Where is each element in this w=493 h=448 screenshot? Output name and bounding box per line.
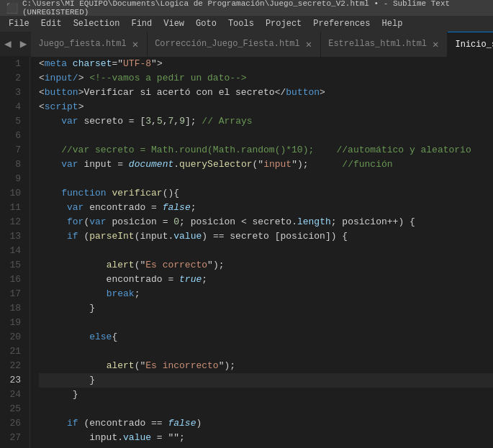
line-num-5: 5 [6, 114, 21, 129]
line-numbers: 1 2 3 4 5 6 7 8 9 10 11 12 13 14 15 16 1… [0, 57, 30, 448]
line-num-3: 3 [6, 86, 21, 100]
tab-nav-left[interactable]: ◀ [0, 32, 16, 57]
code-line-4: <script> [39, 100, 493, 114]
code-line-27: input.value = ""; [39, 431, 493, 445]
code-line-22: alert("Es incorrecto"); [39, 359, 493, 373]
menu-find[interactable]: Find [125, 16, 158, 32]
code-line-25 [39, 402, 493, 416]
line-num-18: 18 [6, 301, 21, 316]
code-content[interactable]: <meta charset="UTF-8"> <input/> <!--vamo… [30, 57, 493, 448]
code-line-28: input.focus(); [39, 445, 493, 448]
menu-file[interactable]: File [3, 16, 35, 32]
code-line-2: <input/> <!--vamos a pedir un dato--> [39, 71, 493, 86]
tab-correccion[interactable]: Corrección_Juego_Fiesta.html ✕ [148, 32, 321, 57]
tab-label-1: Juego_fiesta.html [38, 39, 126, 49]
line-num-12: 12 [6, 215, 21, 229]
tab-nav-right[interactable]: ▶ [16, 32, 32, 57]
tab-close-2[interactable]: ✕ [304, 38, 313, 50]
tab-label-3: Estrellas_html.html [328, 39, 427, 49]
code-line-17: break; [39, 287, 493, 301]
code-line-10: function verificar(){ [39, 186, 493, 201]
line-num-1: 1 [6, 57, 21, 71]
line-num-19: 19 [6, 316, 21, 330]
tab-estrellas[interactable]: Estrellas_html.html ✕ [321, 32, 448, 57]
menu-edit[interactable]: Edit [35, 16, 68, 32]
code-line-26: if (encontrado == false) [39, 416, 493, 431]
code-line-16: encontrado = true; [39, 273, 493, 287]
line-num-28: 28 [6, 445, 21, 448]
code-line-3: <button>Verificar si acertó con el secre… [39, 86, 493, 100]
menu-help[interactable]: Help [376, 16, 409, 32]
code-line-15: alert("Es correcto"); [39, 258, 493, 273]
line-num-27: 27 [6, 431, 21, 445]
code-line-8: var input = document.querySelector("inpu… [39, 157, 493, 172]
app-icon: ⬛ [6, 2, 18, 14]
menu-tools[interactable]: Tools [222, 16, 260, 32]
line-num-14: 14 [6, 244, 21, 258]
code-line-23: } [39, 373, 493, 388]
line-num-17: 17 [6, 287, 21, 301]
line-num-13: 13 [6, 229, 21, 244]
title-bar-text: C:\Users\MI EQUIPO\Documents\Logica de P… [22, 0, 487, 17]
line-num-4: 4 [6, 100, 21, 114]
line-num-21: 21 [6, 344, 21, 359]
menu-view[interactable]: View [158, 16, 190, 32]
line-num-26: 26 [6, 416, 21, 431]
tab-label-2: Corrección_Juego_Fiesta.html [155, 39, 300, 49]
menu-preferences[interactable]: Preferences [307, 16, 376, 32]
menu-selection[interactable]: Selection [68, 16, 126, 32]
line-num-15: 15 [6, 258, 21, 273]
code-line-18: } [39, 301, 493, 316]
code-line-20: else{ [39, 330, 493, 344]
line-num-16: 16 [6, 273, 21, 287]
code-line-5: var secreto = [3,5,7,9]; // Arrays [39, 114, 493, 129]
line-num-8: 8 [6, 157, 21, 172]
code-line-24: } [39, 388, 493, 402]
line-num-7: 7 [6, 143, 21, 157]
code-line-13: if (parseInt(input.value) == secreto [po… [39, 229, 493, 244]
menu-bar: File Edit Selection Find View Goto Tools… [0, 16, 493, 32]
line-num-9: 9 [6, 172, 21, 186]
title-bar: ⬛ C:\Users\MI EQUIPO\Documents\Logica de… [0, 0, 493, 16]
code-line-14 [39, 244, 493, 258]
menu-project[interactable]: Project [260, 16, 307, 32]
tab-juego-fiesta[interactable]: Juego_fiesta.html ✕ [31, 32, 148, 57]
tab-close-3[interactable]: ✕ [431, 38, 440, 50]
line-num-24: 24 [6, 388, 21, 402]
line-num-2: 2 [6, 71, 21, 86]
line-num-25: 25 [6, 402, 21, 416]
code-line-12: for(var posicion = 0; posicion < secreto… [39, 215, 493, 229]
menu-goto[interactable]: Goto [190, 16, 222, 32]
line-num-10: 10 [6, 186, 21, 201]
line-num-6: 6 [6, 129, 21, 143]
tab-inicio-sesion[interactable]: Inicio_sesión.html ✕ [448, 32, 493, 57]
code-line-11: var encontrado = false; [39, 201, 493, 215]
tab-bar: ◀ ▶ Juego_fiesta.html ✕ Corrección_Juego… [0, 32, 493, 57]
code-line-19 [39, 316, 493, 330]
line-num-22: 22 [6, 359, 21, 373]
tab-label-4: Inicio_sesión.html [455, 40, 493, 50]
code-line-21 [39, 344, 493, 359]
code-line-7: //var secreto = Math.round(Math.random()… [39, 143, 493, 157]
code-line-6 [39, 129, 493, 143]
code-line-9 [39, 172, 493, 186]
editor: 1 2 3 4 5 6 7 8 9 10 11 12 13 14 15 16 1… [0, 57, 493, 448]
line-num-20: 20 [6, 330, 21, 344]
tab-close-1[interactable]: ✕ [131, 38, 140, 50]
line-num-11: 11 [6, 201, 21, 215]
line-num-23: 23 [6, 373, 21, 388]
code-line-1: <meta charset="UTF-8"> [39, 57, 493, 71]
